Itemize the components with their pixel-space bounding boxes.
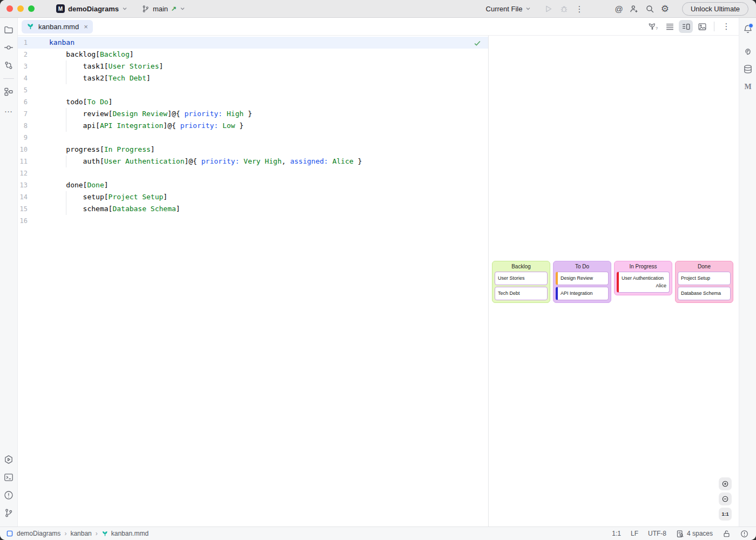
breadcrumb: demoDiagrams › kanban › kanban.mmd — [6, 530, 148, 537]
preview-only-view-button[interactable] — [695, 20, 709, 33]
search-icon — [645, 4, 654, 14]
run-button[interactable] — [541, 3, 556, 15]
push-arrow-icon: ↗ — [171, 5, 177, 12]
kanban-card: Project Setup — [678, 272, 731, 285]
kanban-card-assignee: Alice — [622, 282, 666, 289]
branch-name: main — [153, 5, 168, 13]
text-lines-icon — [665, 22, 674, 31]
file-encoding[interactable]: UTF-8 — [648, 530, 666, 537]
ai-assistant-icon — [743, 46, 753, 56]
line-number: 3 — [18, 60, 49, 72]
structure-tool-button[interactable] — [2, 85, 16, 99]
project-selector[interactable]: M demoDiagrams — [53, 3, 131, 15]
line-number: 2 — [18, 49, 49, 60]
zoom-window-button[interactable] — [28, 5, 35, 12]
inspections-ok-icon[interactable] — [474, 39, 481, 47]
kanban-card: User Stories — [495, 272, 548, 285]
zoom-in-button[interactable] — [719, 477, 732, 490]
user-plus-icon — [630, 4, 639, 14]
database-icon — [743, 64, 753, 74]
debug-button[interactable] — [556, 3, 572, 15]
kanban-card-title: User Stories — [498, 275, 544, 282]
rail-separator — [3, 78, 14, 79]
plus-circle-icon — [722, 480, 728, 488]
run-config-selector[interactable]: Current File — [483, 3, 535, 15]
search-everywhere-button[interactable] — [642, 3, 658, 15]
zoom-reset-button[interactable]: 1:1 — [719, 508, 732, 521]
more-run-actions-button[interactable]: ⋮ — [572, 4, 586, 14]
mermaid-m-icon: M — [744, 83, 751, 91]
more-tool-windows-button[interactable]: … — [2, 103, 16, 117]
breadcrumb-separator: › — [96, 530, 98, 537]
tab-kanban-mmd[interactable]: kanban.mmd × — [22, 20, 93, 33]
line-number: 7 — [18, 108, 49, 120]
toolbar-separator — [714, 22, 714, 31]
kanban-column-title: Backlog — [495, 264, 548, 269]
chevron-down-icon — [525, 6, 531, 11]
code-line: 16 — [18, 215, 488, 227]
gear-icon: ⚙ — [661, 4, 669, 14]
editor-and-preview-view-button[interactable] — [679, 20, 693, 33]
settings-button[interactable]: ⚙ — [658, 3, 672, 15]
kanban-column-backlog: BacklogUser StoriesTech Debt — [492, 261, 550, 303]
minimize-window-button[interactable] — [17, 5, 24, 12]
unlock-ultimate-button[interactable]: Unlock Ultimate — [682, 2, 748, 16]
mermaid-panel-button[interactable]: M — [741, 80, 755, 94]
line-number: 4 — [18, 72, 49, 84]
breadcrumb-file[interactable]: kanban.mmd — [102, 530, 148, 537]
close-window-button[interactable] — [6, 5, 13, 12]
ai-assistant-button[interactable]: @ — [611, 4, 626, 14]
caret-position[interactable]: 1:1 — [612, 530, 621, 537]
kanban-column-done: DoneProject SetupDatabase Schema — [675, 261, 733, 303]
kanban-column-title: In Progress — [617, 264, 670, 269]
code-line: 5 — [18, 84, 488, 96]
kanban-card-title: Project Setup — [681, 275, 727, 282]
mermaid-preview: BacklogUser StoriesTech DebtTo DoDesign … — [489, 36, 739, 526]
line-number: 15 — [18, 203, 49, 215]
code-line: 8 api[API Integration]@{ priority: Low } — [18, 120, 488, 132]
file-lock-toggle[interactable] — [723, 530, 731, 538]
code-line: 9 — [18, 132, 488, 144]
zoom-out-button[interactable] — [719, 492, 732, 505]
breadcrumb-project[interactable]: demoDiagrams — [17, 530, 60, 537]
code-line: 13 done[Done] — [18, 179, 488, 191]
vcs-graph-tool-button[interactable] — [2, 58, 16, 72]
kanban-column-to-do: To DoDesign ReviewAPI Integration — [553, 261, 611, 303]
notifications-button[interactable] — [741, 22, 755, 36]
file-search-icon — [676, 530, 684, 538]
diagram-help-button[interactable]: ? — [646, 20, 660, 33]
close-tab-icon[interactable]: × — [84, 23, 88, 31]
line-number: 8 — [18, 120, 49, 132]
project-tool-button[interactable] — [2, 23, 16, 37]
line-number: 12 — [18, 167, 49, 179]
problems-icon — [4, 490, 14, 500]
terminal-tool-button[interactable] — [2, 470, 16, 484]
ai-assistant-panel-button[interactable] — [741, 44, 755, 58]
editor[interactable]: 1kanban2 backlog[Backlog]3 task1[User St… — [18, 36, 488, 526]
right-toolbar: M — [739, 18, 756, 526]
inspections-widget[interactable] — [740, 530, 748, 538]
code-lines: 1kanban2 backlog[Backlog]3 task1[User St… — [18, 36, 488, 227]
services-tool-button[interactable] — [2, 453, 16, 467]
problems-tool-button[interactable] — [2, 488, 16, 502]
code-line: 14 setup[Project Setup] — [18, 191, 488, 203]
mermaid-help-icon: ? — [648, 22, 659, 31]
line-ending[interactable]: LF — [631, 530, 638, 537]
indent-setting[interactable]: 4 spaces — [676, 530, 713, 538]
left-toolbar: … — [0, 18, 18, 526]
code-with-me-button[interactable] — [626, 3, 642, 15]
version-control-tool-button[interactable] — [2, 506, 16, 520]
branch-selector[interactable]: main ↗ — [138, 3, 188, 15]
titlebar: M demoDiagrams main ↗ Current File ⋮ @ — [0, 0, 756, 18]
editor-only-view-button[interactable] — [663, 20, 677, 33]
bug-icon — [559, 4, 569, 14]
commit-tool-button[interactable] — [2, 40, 16, 55]
kanban-card-title: Tech Debt — [498, 290, 544, 297]
database-panel-button[interactable] — [741, 62, 755, 76]
editor-more-options-button[interactable]: ⋮ — [719, 20, 733, 33]
breadcrumb-folder[interactable]: kanban — [70, 530, 91, 537]
svg-text:?: ? — [656, 26, 658, 31]
line-number: 9 — [18, 132, 49, 144]
kanban-column-in-progress: In ProgressUser AuthenticationAlice — [614, 261, 672, 295]
project-name: demoDiagrams — [68, 5, 119, 13]
